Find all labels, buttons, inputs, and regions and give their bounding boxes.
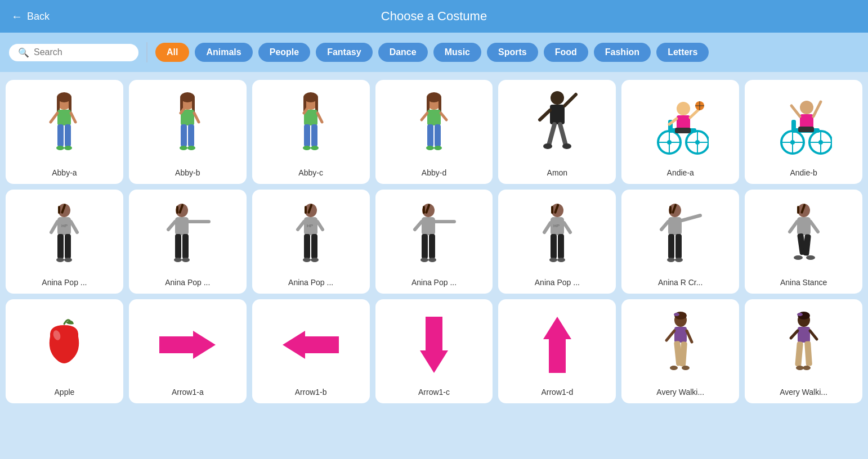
svg-line-101 [168, 222, 175, 230]
svg-line-132 [544, 223, 551, 232]
costume-image-andie-a [626, 86, 735, 165]
svg-point-147 [675, 258, 683, 262]
svg-point-116 [311, 258, 319, 262]
svg-rect-144 [668, 234, 674, 259]
costume-image-avery-walki-2 [749, 305, 858, 384]
costume-card-abby-a[interactable]: Abby-a [6, 80, 123, 184]
svg-line-83 [813, 102, 821, 116]
svg-point-31 [303, 146, 311, 150]
svg-rect-150 [797, 206, 799, 214]
costume-card-arrow1-b[interactable]: Arrow1-b [252, 299, 370, 403]
header: ← Back Choose a Costume [0, 0, 868, 33]
svg-point-125 [420, 258, 428, 262]
costume-card-arrow1-a[interactable]: Arrow1-a [129, 299, 247, 403]
costume-card-amon[interactable]: Amon [498, 80, 616, 184]
costume-label-abby-c: Abby-c [298, 168, 323, 177]
back-button[interactable]: ← Back [11, 10, 50, 23]
costume-image-anina-pop-5: HP [503, 195, 611, 274]
svg-rect-120 [422, 217, 435, 235]
svg-rect-119 [423, 206, 425, 214]
svg-line-17 [194, 113, 199, 122]
search-input[interactable] [34, 47, 124, 57]
svg-line-48 [549, 124, 554, 145]
filter-music[interactable]: Music [433, 43, 481, 62]
svg-line-6 [71, 113, 75, 122]
filter-animals[interactable]: Animals [195, 43, 252, 62]
costume-label-amon: Amon [547, 168, 568, 177]
svg-point-157 [806, 255, 815, 260]
costume-label-arrow1-a: Arrow1-a [172, 388, 204, 397]
costume-card-anina-stance[interactable]: Anina Stance [745, 190, 862, 294]
costume-card-abby-c[interactable]: Abby-c [252, 80, 370, 184]
costume-card-arrow1-c[interactable]: Arrow1-c [375, 299, 493, 403]
costume-card-avery-walki-2[interactable]: Avery Walki... [745, 299, 862, 403]
costume-label-anina-pop-3: Anina Pop ... [288, 278, 333, 287]
svg-line-112 [317, 222, 323, 230]
costume-label-andie-b: Andie-b [790, 168, 817, 177]
svg-line-152 [790, 222, 797, 232]
svg-rect-113 [304, 234, 310, 259]
svg-rect-129 [551, 206, 553, 214]
svg-rect-134 [551, 234, 557, 259]
costume-label-anina-stance: Anina Stance [780, 278, 827, 287]
costume-card-anina-pop-2[interactable]: Anina Pop ... [129, 190, 247, 294]
svg-point-43 [434, 146, 442, 150]
svg-rect-69 [675, 128, 691, 133]
svg-rect-87 [58, 206, 60, 214]
svg-point-165 [674, 313, 679, 316]
filter-letters[interactable]: Letters [656, 43, 709, 62]
costume-label-andie-a: Andie-a [667, 168, 694, 177]
svg-rect-103 [182, 234, 189, 259]
costume-label-avery-walki-2: Avery Walki... [780, 388, 827, 397]
toolbar: 🔍 All Animals People Fantasy Dance Music… [0, 33, 868, 72]
svg-rect-141 [668, 217, 682, 235]
svg-rect-102 [175, 234, 181, 259]
filter-fantasy[interactable]: Fantasy [316, 43, 372, 62]
svg-line-38 [422, 113, 427, 120]
costume-card-anina-pop-3[interactable]: HP Anina Pop ... [252, 190, 370, 294]
svg-rect-8 [65, 124, 71, 147]
costume-card-avery-walki-1[interactable]: Avery Walki... [621, 299, 739, 403]
costume-card-arrow1-d[interactable]: Arrow1-d [498, 299, 616, 403]
svg-point-44 [551, 91, 564, 105]
costume-card-abby-b[interactable]: Abby-b [129, 80, 247, 184]
svg-marker-160 [283, 331, 339, 359]
costume-card-anina-pop-5[interactable]: HP Anina Pop ... [498, 190, 616, 294]
svg-point-172 [682, 366, 690, 370]
costume-label-abby-b: Abby-b [175, 168, 200, 177]
filter-food[interactable]: Food [544, 43, 588, 62]
costume-card-anina-r-cr[interactable]: Anina R Cr... [621, 190, 739, 294]
filter-dance[interactable]: Dance [378, 43, 428, 62]
costume-card-andie-b[interactable]: Andie-b [745, 80, 862, 184]
costume-card-apple[interactable]: Apple [6, 299, 123, 403]
svg-rect-108 [305, 206, 307, 214]
costume-label-abby-d: Abby-d [422, 168, 446, 177]
svg-rect-79 [791, 120, 796, 131]
search-box: 🔍 [9, 44, 138, 61]
svg-text:HP: HP [307, 223, 313, 228]
svg-line-49 [560, 124, 566, 145]
filter-all[interactable]: All [155, 43, 189, 62]
svg-point-105 [182, 258, 190, 262]
back-label: Back [27, 11, 50, 22]
svg-marker-161 [420, 317, 448, 373]
svg-rect-18 [181, 124, 187, 147]
svg-point-104 [174, 258, 182, 262]
svg-rect-63 [677, 115, 690, 129]
costume-card-anina-pop-1[interactable]: HP Anina Pop ... [6, 190, 123, 294]
costume-card-abby-d[interactable]: Abby-d [375, 80, 493, 184]
costume-label-abby-a: Abby-a [52, 168, 77, 177]
svg-point-156 [794, 255, 803, 260]
svg-line-177 [791, 331, 798, 338]
costume-label-anina-r-cr: Anina R Cr... [658, 278, 703, 287]
filter-people[interactable]: People [258, 43, 310, 62]
svg-line-142 [682, 215, 700, 220]
filter-sports[interactable]: Sports [487, 43, 538, 62]
costume-card-anina-pop-4[interactable]: Anina Pop ... [375, 190, 493, 294]
svg-line-5 [51, 113, 57, 122]
svg-point-126 [428, 258, 436, 262]
svg-rect-114 [311, 234, 317, 259]
svg-rect-41 [435, 124, 441, 147]
costume-card-andie-a[interactable]: Andie-a [621, 80, 739, 184]
filter-fashion[interactable]: Fashion [594, 43, 651, 62]
